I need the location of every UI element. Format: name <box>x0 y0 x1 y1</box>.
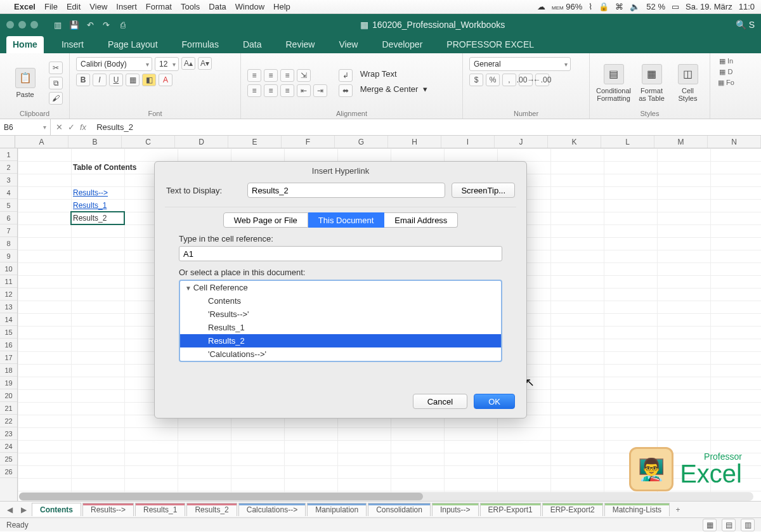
format-as-table-button[interactable]: ▦Format as Table <box>636 64 667 102</box>
tree-item[interactable]: 'Results-->' <box>180 308 501 321</box>
column-header[interactable]: A <box>15 136 68 148</box>
insert-cells-button[interactable]: ▦ In <box>719 57 733 65</box>
accept-formula-icon[interactable]: ✓ <box>68 122 75 132</box>
column-header[interactable]: E <box>228 136 282 148</box>
bluetooth-icon[interactable]: ⌘ <box>615 2 623 11</box>
column-header[interactable]: B <box>68 136 122 148</box>
decrease-decimal-icon[interactable]: ←.00 <box>535 74 549 86</box>
cut-icon[interactable]: ✂ <box>49 62 63 74</box>
name-box[interactable]: B6 <box>0 119 51 135</box>
seg-this-document[interactable]: This Document <box>308 212 384 228</box>
menu-file[interactable]: File <box>44 2 58 11</box>
cancel-formula-icon[interactable]: ✕ <box>56 122 63 132</box>
document-places-tree[interactable]: Cell Reference Contents'Results-->'Resul… <box>179 280 502 362</box>
window-controls[interactable] <box>6 21 38 29</box>
tab-view[interactable]: View <box>332 36 364 53</box>
sheet-tab[interactable]: Consolidation <box>368 503 431 516</box>
column-header[interactable]: C <box>122 136 175 148</box>
formula-input[interactable]: Results_2 <box>91 122 761 132</box>
row-header[interactable]: 26 <box>0 465 17 478</box>
cell-reference-input[interactable] <box>179 246 502 261</box>
sheet-tab[interactable]: ERP-Export1 <box>480 503 541 516</box>
column-header[interactable]: J <box>495 136 548 148</box>
redo-icon[interactable]: ↷ <box>100 20 114 30</box>
comma-icon[interactable]: , <box>502 74 516 86</box>
copy-icon[interactable]: ⧉ <box>49 77 63 89</box>
column-header[interactable]: L <box>601 136 654 148</box>
workbook-icon[interactable]: ▥ <box>51 20 65 30</box>
align-left-icon[interactable]: ≡ <box>247 84 261 97</box>
font-color-button[interactable]: A <box>159 74 172 86</box>
fx-icon[interactable]: fx <box>80 122 86 132</box>
menu-edit[interactable]: Edit <box>67 2 81 11</box>
cell-b6-active[interactable]: Results_2 <box>71 212 124 224</box>
font-size-select[interactable]: 12 <box>155 57 179 71</box>
tab-formulas[interactable]: Formulas <box>176 36 225 53</box>
row-header[interactable]: 20 <box>0 389 17 402</box>
sheet-tab[interactable]: Calculations--> <box>238 503 306 516</box>
tree-item[interactable]: Results_2 <box>180 334 501 347</box>
cell-b5[interactable]: Results_1 <box>71 199 124 212</box>
sheet-tab[interactable]: Results--> <box>82 503 134 516</box>
increase-font-icon[interactable]: A▴ <box>181 57 195 70</box>
align-center-icon[interactable]: ≡ <box>264 84 278 97</box>
menu-help[interactable]: Help <box>273 2 290 11</box>
column-header[interactable]: H <box>388 136 441 148</box>
column-header[interactable]: D <box>175 136 228 148</box>
menubar-app[interactable]: Excel <box>14 2 36 11</box>
wifi-icon[interactable]: ⌇ <box>589 2 592 11</box>
search-icon[interactable]: 🔍 S <box>736 20 755 30</box>
menu-view[interactable]: View <box>89 2 107 11</box>
row-header[interactable]: 13 <box>0 301 17 313</box>
align-right-icon[interactable]: ≡ <box>280 84 294 97</box>
row-header[interactable]: 24 <box>0 440 17 453</box>
row-header[interactable]: 19 <box>0 377 17 389</box>
increase-decimal-icon[interactable]: .00→ <box>519 74 533 86</box>
row-header[interactable]: 18 <box>0 364 17 377</box>
cloud-icon[interactable]: ☁ <box>537 2 545 11</box>
row-header[interactable]: 22 <box>0 415 17 427</box>
row-header[interactable]: 8 <box>0 237 17 250</box>
number-format-select[interactable]: General <box>469 57 571 71</box>
cell-b4[interactable]: Results--> <box>71 186 124 199</box>
row-header[interactable]: 7 <box>0 224 17 237</box>
currency-icon[interactable]: $ <box>469 74 483 86</box>
view-page-layout-icon[interactable]: ▤ <box>722 519 736 531</box>
horizontal-scrollbar[interactable] <box>19 492 753 501</box>
menu-insert[interactable]: Insert <box>116 2 137 11</box>
sheet-tab[interactable]: Results_1 <box>135 503 185 516</box>
tab-professor-excel[interactable]: PROFESSOR EXCEL <box>440 36 540 53</box>
sheet-tab[interactable]: Manipulation <box>307 503 367 516</box>
column-header[interactable]: N <box>708 136 761 148</box>
row-header[interactable]: 12 <box>0 288 17 301</box>
row-header[interactable]: 5 <box>0 199 17 212</box>
row-header[interactable]: 16 <box>0 339 17 351</box>
lock-icon[interactable]: 🔒 <box>599 2 609 11</box>
tab-page-layout[interactable]: Page Layout <box>101 36 164 53</box>
tree-item[interactable]: Results_1 <box>180 321 501 334</box>
font-name-select[interactable]: Calibri (Body) <box>76 57 152 71</box>
select-all-corner[interactable] <box>0 136 15 148</box>
view-page-break-icon[interactable]: ▥ <box>741 519 755 531</box>
ok-button[interactable]: OK <box>474 394 515 409</box>
align-top-icon[interactable]: ≡ <box>247 69 261 82</box>
paste-button[interactable]: 📋 Paste <box>6 68 44 98</box>
indent-increase-icon[interactable]: ⇥ <box>313 84 327 97</box>
underline-button[interactable]: U <box>109 74 123 86</box>
sheet-tab[interactable]: Contents <box>32 503 81 516</box>
row-header[interactable]: 15 <box>0 326 17 339</box>
tab-nav-prev[interactable]: ◀ <box>4 505 15 514</box>
row-header[interactable]: 14 <box>0 313 17 326</box>
undo-icon[interactable]: ↶ <box>83 20 97 30</box>
column-header[interactable]: M <box>654 136 708 148</box>
row-header[interactable]: 9 <box>0 250 17 263</box>
row-header[interactable]: 4 <box>0 186 17 199</box>
row-header[interactable]: 11 <box>0 275 17 288</box>
seg-email-address[interactable]: Email Address <box>384 212 458 228</box>
column-header[interactable]: K <box>548 136 601 148</box>
column-header[interactable]: F <box>282 136 335 148</box>
cancel-button[interactable]: Cancel <box>413 394 467 409</box>
save-icon[interactable]: 💾 <box>67 20 81 30</box>
delete-cells-button[interactable]: ▦ D <box>719 68 732 76</box>
border-button[interactable]: ▦ <box>126 74 140 86</box>
